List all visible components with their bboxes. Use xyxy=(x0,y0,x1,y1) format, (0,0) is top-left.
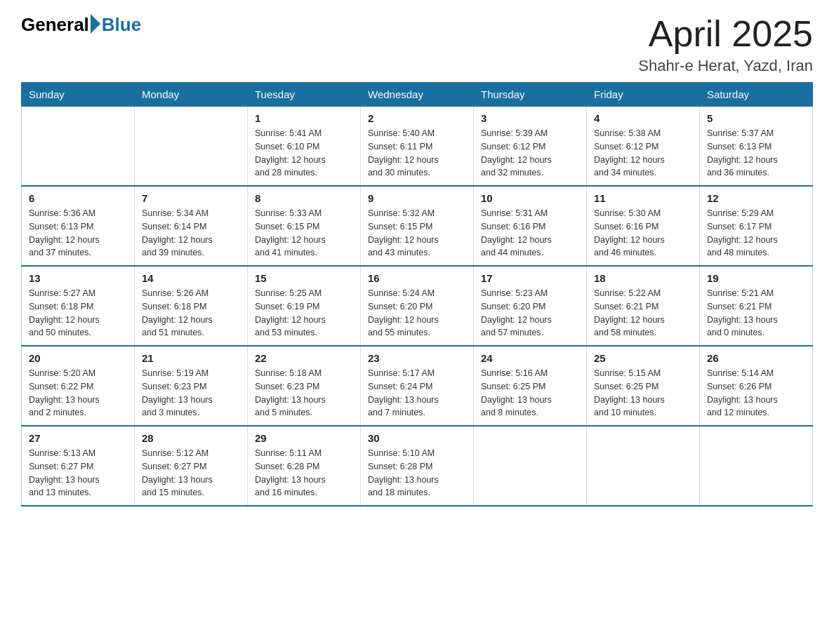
calendar-cell: 1Sunrise: 5:41 AMSunset: 6:10 PMDaylight… xyxy=(248,107,361,187)
day-info: Sunrise: 5:13 AMSunset: 6:27 PMDaylight:… xyxy=(29,447,127,499)
calendar-cell: 23Sunrise: 5:17 AMSunset: 6:24 PMDayligh… xyxy=(361,346,474,426)
day-number: 24 xyxy=(481,352,579,364)
day-info: Sunrise: 5:27 AMSunset: 6:18 PMDaylight:… xyxy=(29,287,127,340)
calendar-cell: 28Sunrise: 5:12 AMSunset: 6:27 PMDayligh… xyxy=(135,426,248,506)
day-number: 19 xyxy=(707,272,805,284)
day-number: 25 xyxy=(594,352,692,364)
day-info: Sunrise: 5:40 AMSunset: 6:11 PMDaylight:… xyxy=(368,127,466,180)
day-info: Sunrise: 5:19 AMSunset: 6:23 PMDaylight:… xyxy=(142,367,240,420)
calendar-cell: 6Sunrise: 5:36 AMSunset: 6:13 PMDaylight… xyxy=(22,186,135,266)
calendar-cell: 26Sunrise: 5:14 AMSunset: 6:26 PMDayligh… xyxy=(700,346,813,426)
logo: General Blue xyxy=(21,14,141,36)
column-header-friday: Friday xyxy=(587,83,700,107)
day-number: 14 xyxy=(142,272,240,284)
column-header-thursday: Thursday xyxy=(474,83,587,107)
calendar-week-3: 13Sunrise: 5:27 AMSunset: 6:18 PMDayligh… xyxy=(22,266,813,346)
column-header-tuesday: Tuesday xyxy=(248,83,361,107)
day-number: 6 xyxy=(29,192,127,204)
day-number: 21 xyxy=(142,352,240,364)
day-info: Sunrise: 5:11 AMSunset: 6:28 PMDaylight:… xyxy=(255,447,353,499)
day-info: Sunrise: 5:20 AMSunset: 6:22 PMDaylight:… xyxy=(29,367,127,420)
day-info: Sunrise: 5:12 AMSunset: 6:27 PMDaylight:… xyxy=(142,447,240,499)
day-number: 18 xyxy=(594,272,692,284)
column-header-wednesday: Wednesday xyxy=(361,83,474,107)
column-header-saturday: Saturday xyxy=(700,83,813,107)
day-info: Sunrise: 5:24 AMSunset: 6:20 PMDaylight:… xyxy=(368,287,466,340)
calendar-cell xyxy=(22,107,135,187)
day-info: Sunrise: 5:16 AMSunset: 6:25 PMDaylight:… xyxy=(481,367,579,420)
day-info: Sunrise: 5:14 AMSunset: 6:26 PMDaylight:… xyxy=(707,367,805,420)
calendar-week-2: 6Sunrise: 5:36 AMSunset: 6:13 PMDaylight… xyxy=(22,186,813,266)
page-title: April 2025 xyxy=(638,14,813,54)
calendar-week-4: 20Sunrise: 5:20 AMSunset: 6:22 PMDayligh… xyxy=(22,346,813,426)
day-info: Sunrise: 5:18 AMSunset: 6:23 PMDaylight:… xyxy=(255,367,353,420)
day-number: 26 xyxy=(707,352,805,364)
day-number: 23 xyxy=(368,352,466,364)
calendar-cell: 3Sunrise: 5:39 AMSunset: 6:12 PMDaylight… xyxy=(474,107,587,187)
day-info: Sunrise: 5:34 AMSunset: 6:14 PMDaylight:… xyxy=(142,207,240,260)
calendar-week-5: 27Sunrise: 5:13 AMSunset: 6:27 PMDayligh… xyxy=(22,426,813,506)
day-info: Sunrise: 5:32 AMSunset: 6:15 PMDaylight:… xyxy=(368,207,466,260)
calendar-cell: 4Sunrise: 5:38 AMSunset: 6:12 PMDaylight… xyxy=(587,107,700,187)
calendar-cell: 25Sunrise: 5:15 AMSunset: 6:25 PMDayligh… xyxy=(587,346,700,426)
day-info: Sunrise: 5:10 AMSunset: 6:28 PMDaylight:… xyxy=(368,447,466,499)
calendar-week-1: 1Sunrise: 5:41 AMSunset: 6:10 PMDaylight… xyxy=(22,107,813,187)
calendar-cell: 12Sunrise: 5:29 AMSunset: 6:17 PMDayligh… xyxy=(700,186,813,266)
header-row: SundayMondayTuesdayWednesdayThursdayFrid… xyxy=(22,83,813,107)
day-info: Sunrise: 5:33 AMSunset: 6:15 PMDaylight:… xyxy=(255,207,353,260)
day-info: Sunrise: 5:37 AMSunset: 6:13 PMDaylight:… xyxy=(707,127,805,180)
calendar-cell: 24Sunrise: 5:16 AMSunset: 6:25 PMDayligh… xyxy=(474,346,587,426)
day-info: Sunrise: 5:30 AMSunset: 6:16 PMDaylight:… xyxy=(594,207,692,260)
calendar-cell: 10Sunrise: 5:31 AMSunset: 6:16 PMDayligh… xyxy=(474,186,587,266)
day-info: Sunrise: 5:17 AMSunset: 6:24 PMDaylight:… xyxy=(368,367,466,420)
calendar-cell: 7Sunrise: 5:34 AMSunset: 6:14 PMDaylight… xyxy=(135,186,248,266)
day-info: Sunrise: 5:15 AMSunset: 6:25 PMDaylight:… xyxy=(594,367,692,420)
calendar-cell: 19Sunrise: 5:21 AMSunset: 6:21 PMDayligh… xyxy=(700,266,813,346)
calendar-cell: 21Sunrise: 5:19 AMSunset: 6:23 PMDayligh… xyxy=(135,346,248,426)
calendar-cell: 5Sunrise: 5:37 AMSunset: 6:13 PMDaylight… xyxy=(700,107,813,187)
calendar-cell: 27Sunrise: 5:13 AMSunset: 6:27 PMDayligh… xyxy=(22,426,135,506)
day-number: 9 xyxy=(368,192,466,204)
title-block: April 2025 Shahr-e Herat, Yazd, Iran xyxy=(638,14,813,75)
day-number: 1 xyxy=(255,112,353,124)
calendar-cell: 14Sunrise: 5:26 AMSunset: 6:18 PMDayligh… xyxy=(135,266,248,346)
day-number: 15 xyxy=(255,272,353,284)
logo-blue-text: Blue xyxy=(102,14,141,36)
day-number: 5 xyxy=(707,112,805,124)
calendar-cell xyxy=(587,426,700,506)
calendar-cell: 2Sunrise: 5:40 AMSunset: 6:11 PMDaylight… xyxy=(361,107,474,187)
calendar-cell: 15Sunrise: 5:25 AMSunset: 6:19 PMDayligh… xyxy=(248,266,361,346)
day-info: Sunrise: 5:39 AMSunset: 6:12 PMDaylight:… xyxy=(481,127,579,180)
day-info: Sunrise: 5:26 AMSunset: 6:18 PMDaylight:… xyxy=(142,287,240,340)
day-number: 4 xyxy=(594,112,692,124)
day-number: 17 xyxy=(481,272,579,284)
day-info: Sunrise: 5:22 AMSunset: 6:21 PMDaylight:… xyxy=(594,287,692,340)
day-info: Sunrise: 5:41 AMSunset: 6:10 PMDaylight:… xyxy=(255,127,353,180)
day-number: 8 xyxy=(255,192,353,204)
day-number: 28 xyxy=(142,432,240,444)
day-info: Sunrise: 5:25 AMSunset: 6:19 PMDaylight:… xyxy=(255,287,353,340)
calendar-cell: 20Sunrise: 5:20 AMSunset: 6:22 PMDayligh… xyxy=(22,346,135,426)
day-number: 20 xyxy=(29,352,127,364)
day-number: 10 xyxy=(481,192,579,204)
day-number: 22 xyxy=(255,352,353,364)
calendar-cell: 30Sunrise: 5:10 AMSunset: 6:28 PMDayligh… xyxy=(361,426,474,506)
day-number: 29 xyxy=(255,432,353,444)
day-number: 30 xyxy=(368,432,466,444)
day-number: 7 xyxy=(142,192,240,204)
logo-triangle-icon xyxy=(91,14,100,34)
calendar-cell xyxy=(135,107,248,187)
page-subtitle: Shahr-e Herat, Yazd, Iran xyxy=(638,57,813,75)
calendar-cell: 13Sunrise: 5:27 AMSunset: 6:18 PMDayligh… xyxy=(22,266,135,346)
calendar-cell xyxy=(474,426,587,506)
column-header-monday: Monday xyxy=(135,83,248,107)
calendar-cell: 8Sunrise: 5:33 AMSunset: 6:15 PMDaylight… xyxy=(248,186,361,266)
column-header-sunday: Sunday xyxy=(22,83,135,107)
day-number: 11 xyxy=(594,192,692,204)
day-info: Sunrise: 5:23 AMSunset: 6:20 PMDaylight:… xyxy=(481,287,579,340)
day-info: Sunrise: 5:21 AMSunset: 6:21 PMDaylight:… xyxy=(707,287,805,340)
calendar-table: SundayMondayTuesdayWednesdayThursdayFrid… xyxy=(21,82,813,507)
calendar-cell: 11Sunrise: 5:30 AMSunset: 6:16 PMDayligh… xyxy=(587,186,700,266)
day-number: 12 xyxy=(707,192,805,204)
logo-general-text: General xyxy=(21,14,89,36)
